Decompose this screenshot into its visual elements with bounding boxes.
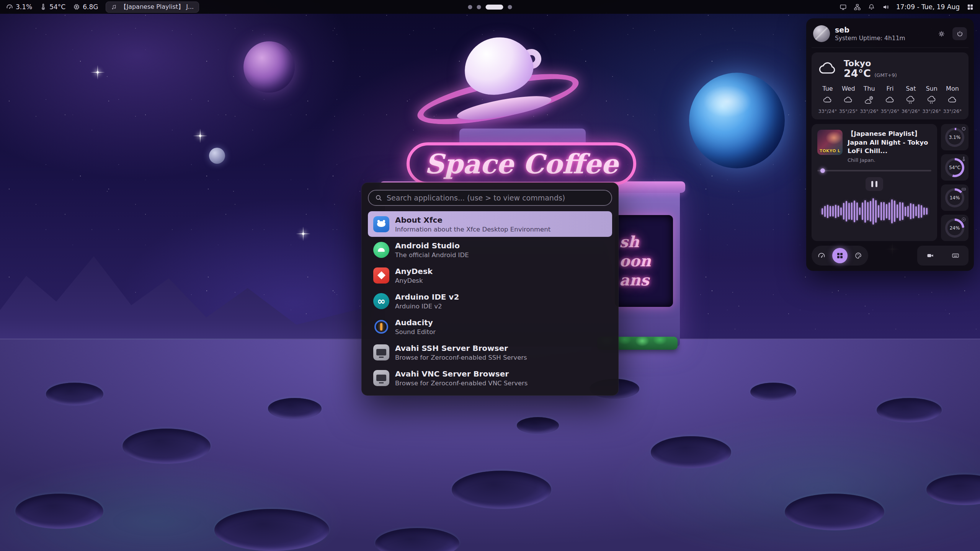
forecast-day: Mon 33°/26° bbox=[942, 85, 962, 114]
cloud-icon bbox=[822, 95, 833, 106]
launcher-item-about-xfce[interactable]: About Xfce Information about the Xfce De… bbox=[368, 211, 612, 237]
music-note-icon bbox=[111, 4, 117, 10]
app-title: Android Studio bbox=[395, 241, 469, 250]
cpu-usage-indicator[interactable]: 3.1% bbox=[6, 3, 32, 11]
clock[interactable]: 17:09 - Tue, 19 Aug bbox=[896, 3, 960, 11]
volume-icon[interactable] bbox=[882, 3, 889, 11]
control-panel: seb System Uptime: 4h11m Tokyo 24°C (GMT… bbox=[806, 18, 974, 271]
app-desc: Arduino IDE v2 bbox=[395, 303, 459, 310]
rain-cloud-icon bbox=[926, 95, 937, 106]
forecast-temps: 36°/26° bbox=[902, 108, 920, 114]
avahi-terminal-icon bbox=[373, 370, 389, 386]
wallpaper-purple-planet bbox=[243, 41, 295, 93]
forecast-temps: 33°/24° bbox=[818, 108, 837, 114]
media-progress-handle[interactable] bbox=[820, 168, 825, 173]
temperature-stat-card: 54°C bbox=[941, 154, 969, 181]
workspace-indicator bbox=[468, 5, 512, 10]
app-grid-icon[interactable] bbox=[967, 3, 974, 11]
media-progress-bar[interactable] bbox=[817, 170, 931, 171]
media-pill-button[interactable]: 【Japanese Playlist】 J... bbox=[106, 2, 199, 13]
weather-timezone: (GMT+9) bbox=[874, 72, 897, 78]
cpu-temp-indicator[interactable]: 54°C bbox=[40, 3, 65, 11]
workspace-dot-1[interactable] bbox=[468, 5, 472, 9]
app-desc: Browse for Zeroconf-enabled SSH Servers bbox=[395, 354, 527, 361]
pause-button[interactable] bbox=[866, 177, 883, 191]
user-card: seb System Uptime: 4h11m bbox=[812, 24, 969, 43]
cloud-icon bbox=[947, 95, 958, 106]
panel-quick-actions bbox=[812, 246, 969, 266]
topbar-left: 3.1% 54°C 6.8G 【Japanese Playlist】 J... bbox=[6, 2, 199, 13]
wallpaper-saturn-cup bbox=[421, 35, 574, 135]
wallpaper-earth bbox=[689, 73, 785, 168]
screen-record-button[interactable] bbox=[923, 248, 938, 263]
forecast-day-label: Wed bbox=[842, 85, 855, 92]
launcher-item-anydesk[interactable]: AnyDesk AnyDesk bbox=[368, 262, 612, 288]
app-desc: AnyDesk bbox=[395, 277, 433, 284]
wallpaper-crater bbox=[46, 383, 103, 406]
thermometer-icon bbox=[961, 156, 966, 161]
keyboard-button[interactable] bbox=[948, 248, 963, 263]
launcher-results: About Xfce Information about the Xfce De… bbox=[368, 211, 612, 391]
system-uptime: System Uptime: 4h11m bbox=[835, 35, 905, 42]
app-launcher: About Xfce Information about the Xfce De… bbox=[361, 183, 619, 396]
launcher-item-avahi-ssh[interactable]: Avahi SSH Server Browser Browse for Zero… bbox=[368, 339, 612, 365]
settings-button[interactable] bbox=[934, 27, 949, 40]
display-icon[interactable] bbox=[840, 3, 847, 11]
user-name: seb bbox=[835, 26, 905, 34]
memory-indicator[interactable]: 6.8G bbox=[73, 3, 98, 11]
neon-sign-text: Space Coffee bbox=[425, 148, 618, 180]
weather-temp: 24°C bbox=[844, 67, 871, 79]
disk-stat-value: 24% bbox=[947, 221, 962, 235]
cafe-window-text: sh bbox=[619, 233, 639, 250]
app-desc: Browse for Zeroconf-enabled VNC Servers bbox=[395, 380, 528, 387]
launcher-item-android-studio[interactable]: Android Studio The official Android IDE bbox=[368, 237, 612, 262]
thermometer-icon bbox=[40, 3, 47, 10]
forecast-day-label: Sat bbox=[906, 85, 916, 92]
wallpaper-sparkle bbox=[199, 135, 201, 137]
media-subtitle: Chill Japan. bbox=[848, 157, 931, 163]
launcher-item-avahi-vnc[interactable]: Avahi VNC Server Browser Browse for Zero… bbox=[368, 365, 612, 391]
cpu-chip-icon bbox=[961, 126, 966, 131]
power-button[interactable] bbox=[952, 27, 967, 40]
forecast-day: Thu 33°/26° bbox=[859, 85, 879, 114]
arduino-infinity-icon bbox=[373, 293, 389, 309]
android-icon bbox=[373, 242, 389, 258]
bell-icon[interactable] bbox=[868, 3, 875, 11]
cloud-icon bbox=[843, 95, 854, 106]
gauge-icon bbox=[818, 252, 825, 259]
app-title: AnyDesk bbox=[395, 267, 433, 276]
avatar bbox=[813, 25, 830, 42]
quick-actions-right bbox=[917, 246, 969, 266]
workspace-dot-4[interactable] bbox=[508, 5, 512, 9]
topbar-right: 17:09 - Tue, 19 Aug bbox=[840, 3, 974, 11]
forecast-temps: 33°/26° bbox=[943, 108, 962, 114]
avahi-terminal-icon bbox=[373, 344, 389, 360]
wallpaper-neon-sign: Space Coffee bbox=[407, 142, 636, 185]
launcher-item-arduino-ide[interactable]: Arduino IDE v2 Arduino IDE v2 bbox=[368, 288, 612, 314]
network-icon[interactable] bbox=[854, 3, 861, 11]
disk-icon bbox=[961, 217, 966, 222]
theme-button[interactable] bbox=[851, 248, 866, 263]
keyboard-icon bbox=[952, 252, 959, 259]
palette-icon bbox=[854, 252, 862, 259]
forecast-day-label: Tue bbox=[822, 85, 833, 92]
rain-cloud-icon bbox=[905, 95, 916, 106]
quick-actions-left bbox=[812, 246, 868, 266]
workspace-dot-2[interactable] bbox=[477, 5, 481, 9]
launcher-item-audacity[interactable]: Audacity Sound Editor bbox=[368, 314, 612, 339]
performance-button[interactable] bbox=[814, 248, 829, 263]
wallpaper-cafe-window: sh oon ans bbox=[615, 215, 673, 307]
app-desc: The official Android IDE bbox=[395, 251, 469, 259]
wallpaper-crater bbox=[517, 417, 559, 434]
top-bar: 3.1% 54°C 6.8G 【Japanese Playlist】 J... … bbox=[0, 0, 980, 14]
forecast-temps: 35°/25° bbox=[839, 108, 858, 114]
forecast-temps: 33°/26° bbox=[860, 108, 879, 114]
search-input[interactable] bbox=[387, 194, 605, 202]
widgets-button[interactable] bbox=[832, 248, 848, 263]
forecast-day: Wed 35°/25° bbox=[838, 85, 858, 114]
workspace-active-pill[interactable] bbox=[486, 5, 503, 10]
weather-card: Tokyo 24°C (GMT+9) Tue 33°/24° Wed 35°/2… bbox=[812, 52, 969, 119]
audacity-icon bbox=[373, 319, 389, 335]
sun-cloud-icon bbox=[864, 95, 875, 106]
anydesk-icon bbox=[373, 267, 389, 284]
